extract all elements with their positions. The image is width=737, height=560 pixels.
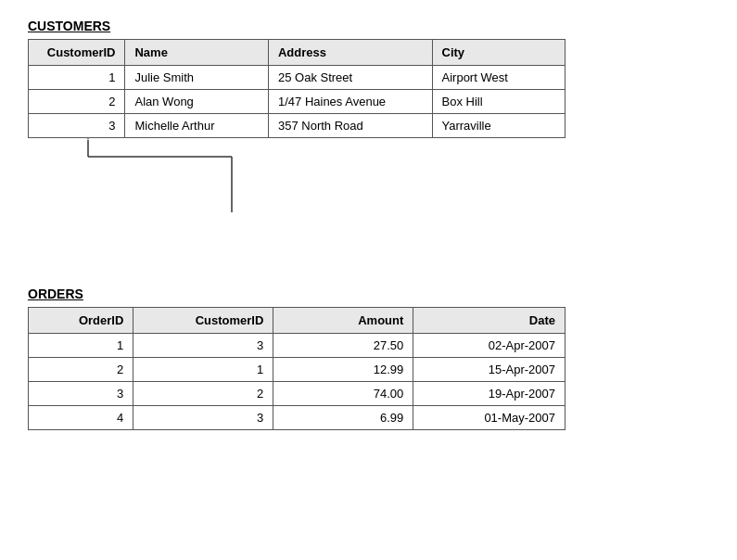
orders-title: ORDERS: [28, 286, 709, 301]
orders-col-amount: Amount: [273, 308, 413, 334]
order-amount: 74.00: [273, 382, 413, 406]
customer-city: Airport West: [432, 66, 565, 90]
order-id: 1: [29, 334, 133, 358]
customers-col-name: Name: [125, 40, 268, 66]
customer-address: 357 North Road: [268, 114, 432, 138]
order-customerid: 3: [133, 406, 273, 430]
order-customerid: 3: [133, 334, 273, 358]
order-date: 01-May-2007: [413, 406, 565, 430]
table-row: 4 3 6.99 01-May-2007: [29, 406, 565, 430]
table-row: 3 Michelle Arthur 357 North Road Yarravi…: [29, 114, 565, 138]
order-id: 3: [29, 382, 133, 406]
order-id: 2: [29, 358, 133, 382]
customer-address: 1/47 Haines Avenue: [268, 90, 432, 114]
customers-header-row: CustomerID Name Address City: [29, 40, 565, 66]
table-row: 2 1 12.99 15-Apr-2007: [29, 358, 565, 382]
order-amount: 27.50: [273, 334, 413, 358]
order-date: 02-Apr-2007: [413, 334, 565, 358]
customers-title: CUSTOMERS: [28, 19, 709, 33]
order-amount: 6.99: [273, 406, 413, 430]
customer-city: Yarraville: [432, 114, 565, 138]
orders-col-date: Date: [413, 308, 565, 334]
table-row: 3 2 74.00 19-Apr-2007: [29, 382, 565, 406]
order-customerid: 1: [133, 358, 273, 382]
arrow-container: [28, 138, 565, 212]
customer-city: Box Hill: [432, 90, 565, 114]
customer-id: 2: [29, 90, 125, 114]
relationship-arrow: [28, 138, 306, 212]
tables-wrapper: CUSTOMERS CustomerID Name Address City 1…: [28, 19, 709, 430]
table-row: 2 Alan Wong 1/47 Haines Avenue Box Hill: [29, 90, 565, 114]
customers-table: CustomerID Name Address City 1 Julie Smi…: [28, 39, 565, 138]
orders-col-orderid: OrderID: [29, 308, 133, 334]
customers-section: CUSTOMERS CustomerID Name Address City 1…: [28, 19, 709, 138]
customer-address: 25 Oak Street: [268, 66, 432, 90]
order-id: 4: [29, 406, 133, 430]
order-amount: 12.99: [273, 358, 413, 382]
order-customerid: 2: [133, 382, 273, 406]
orders-table: OrderID CustomerID Amount Date 1 3 27.50…: [28, 307, 565, 430]
order-date: 19-Apr-2007: [413, 382, 565, 406]
table-row: 1 Julie Smith 25 Oak Street Airport West: [29, 66, 565, 90]
customers-col-city: City: [432, 40, 565, 66]
customer-name: Julie Smith: [125, 66, 268, 90]
orders-header-row: OrderID CustomerID Amount Date: [29, 308, 565, 334]
orders-col-customerid: CustomerID: [133, 308, 273, 334]
orders-section: ORDERS OrderID CustomerID Amount Date 1 …: [28, 286, 709, 430]
customer-name: Michelle Arthur: [125, 114, 268, 138]
customers-col-id: CustomerID: [29, 40, 125, 66]
customer-id: 3: [29, 114, 125, 138]
customers-col-address: Address: [268, 40, 432, 66]
customer-id: 1: [29, 66, 125, 90]
customer-name: Alan Wong: [125, 90, 268, 114]
table-row: 1 3 27.50 02-Apr-2007: [29, 334, 565, 358]
order-date: 15-Apr-2007: [413, 358, 565, 382]
